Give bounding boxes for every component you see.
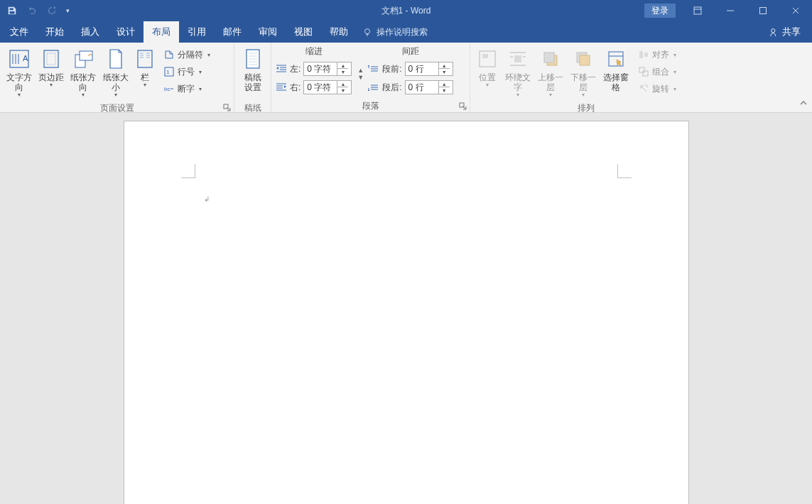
line-numbers-button[interactable]: 1 行号▾ [161, 64, 213, 80]
spacing-before-icon [368, 63, 379, 75]
spacing-after-spinbox[interactable]: ▲▼ [405, 80, 453, 94]
indent-right-down[interactable]: ▼ [337, 87, 348, 94]
indent-right-up[interactable]: ▲ [337, 81, 348, 87]
svg-rect-67 [639, 67, 644, 72]
document-page[interactable]: ↲ [124, 121, 688, 504]
document-title: 文档1 - Word [381, 5, 431, 17]
login-button[interactable]: 登录 [644, 4, 676, 18]
indent-right-icon [276, 82, 287, 93]
ribbon: A 文字方向 ▾ 页边距 ▾ 纸张方向 ▾ 纸张大小 ▾ 栏 [0, 43, 812, 113]
size-button[interactable]: 纸张大小 ▾ [99, 45, 132, 99]
size-label: 纸张大小 [99, 72, 132, 92]
group-objects-button[interactable]: 组合▾ [635, 64, 679, 80]
link-indicator-icon: ▲▼ [356, 57, 365, 91]
bring-forward-button[interactable]: 上移一层 ▾ [534, 45, 567, 99]
indent-left-spinbox[interactable]: ▲▼ [303, 62, 352, 76]
send-backward-button[interactable]: 下移一层 ▾ [567, 45, 600, 99]
title-bar: ▾ 文档1 - Word 登录 [0, 0, 812, 21]
spacing-after-up[interactable]: ▲ [439, 81, 450, 87]
tab-help[interactable]: 帮助 [321, 21, 357, 43]
columns-button[interactable]: 栏 ▾ [132, 45, 158, 99]
spacing-before-input[interactable] [406, 62, 438, 75]
rotate-button[interactable]: 旋转▾ [635, 81, 679, 97]
wrap-text-button[interactable]: 环绕文字 ▾ [502, 45, 534, 99]
svg-rect-66 [644, 53, 648, 57]
close-button[interactable] [779, 0, 812, 21]
tab-home[interactable]: 开始 [37, 21, 72, 43]
group-manuscript: 稿纸设置 稿纸 [234, 43, 271, 113]
indent-right-spinbox[interactable]: ▲▼ [303, 80, 352, 94]
position-button[interactable]: 位置 ▾ [473, 45, 502, 99]
breaks-label: 分隔符 [178, 49, 203, 61]
margins-button[interactable]: 页边距 ▾ [36, 45, 67, 99]
svg-rect-3 [760, 8, 767, 14]
indent-left-icon [276, 63, 287, 75]
spacing-after-input[interactable] [406, 81, 438, 94]
spacing-before-spinbox[interactable]: ▲▼ [405, 62, 453, 76]
group-page-setup: A 文字方向 ▾ 页边距 ▾ 纸张方向 ▾ 纸张大小 ▾ 栏 [0, 43, 234, 113]
svg-text:bc: bc [164, 86, 170, 92]
document-area[interactable]: ↲ [0, 113, 812, 504]
tab-view[interactable]: 视图 [286, 21, 321, 43]
manuscript-settings-button[interactable]: 稿纸设置 [237, 45, 268, 99]
quick-access-toolbar: ▾ [0, 1, 75, 20]
svg-rect-16 [47, 53, 55, 65]
collapse-ribbon-button[interactable] [799, 99, 808, 109]
svg-rect-52 [480, 51, 495, 67]
spacing-header: 间距 [368, 45, 453, 59]
ribbon-tabbar: 文件 开始 插入 设计 布局 引用 邮件 审阅 视图 帮助 操作说明搜索 共享 [0, 21, 812, 43]
undo-button[interactable] [23, 1, 41, 20]
rotate-label: 旋转 [652, 83, 669, 95]
indent-right-input[interactable] [304, 81, 337, 94]
page-setup-launcher[interactable] [222, 104, 232, 114]
indent-right-label: 右: [290, 82, 301, 94]
group-arrange: 位置 ▾ 环绕文字 ▾ 上移一层 ▾ 下移一层 ▾ 选择窗格 [470, 43, 702, 113]
tab-review[interactable]: 审阅 [250, 21, 286, 43]
send-backward-label: 下移一层 [567, 72, 600, 92]
selection-pane-button[interactable]: 选择窗格 [600, 45, 632, 99]
margin-corner-tl-icon [181, 164, 195, 178]
tab-layout[interactable]: 布局 [144, 21, 179, 43]
ribbon-display-button[interactable] [681, 0, 714, 21]
svg-rect-53 [482, 54, 488, 58]
selection-pane-label: 选择窗格 [600, 72, 632, 92]
line-numbers-label: 行号 [178, 66, 195, 78]
tab-references[interactable]: 引用 [179, 21, 215, 43]
group-objects-label: 组合 [652, 66, 669, 78]
tab-file[interactable]: 文件 [1, 21, 37, 43]
tab-insert[interactable]: 插入 [72, 21, 108, 43]
hyphenation-label: 断字 [178, 83, 195, 95]
save-button[interactable] [3, 1, 21, 20]
indent-left-up[interactable]: ▲ [337, 62, 348, 69]
redo-button[interactable] [43, 1, 61, 20]
text-direction-button[interactable]: A 文字方向 ▾ [3, 45, 36, 99]
tab-design[interactable]: 设计 [108, 21, 144, 43]
tell-me-search[interactable]: 操作说明搜索 [357, 26, 433, 38]
qat-customize-button[interactable]: ▾ [63, 1, 72, 20]
paragraph-launcher[interactable] [458, 102, 468, 112]
align-button[interactable]: 对齐▾ [635, 47, 679, 62]
svg-rect-62 [580, 55, 590, 65]
spacing-before-label: 段前: [382, 63, 401, 75]
align-label: 对齐 [652, 49, 669, 61]
minimize-button[interactable] [714, 0, 747, 21]
svg-rect-18 [80, 51, 92, 60]
bring-forward-label: 上移一层 [534, 72, 567, 92]
spacing-after-down[interactable]: ▼ [439, 87, 450, 94]
share-button[interactable]: 共享 [759, 26, 811, 38]
breaks-button[interactable]: 分隔符▾ [161, 47, 213, 62]
tab-mailings[interactable]: 邮件 [215, 21, 250, 43]
orientation-button[interactable]: 纸张方向 ▾ [67, 45, 99, 99]
margins-label: 页边距 [38, 72, 64, 82]
maximize-button[interactable] [747, 0, 779, 21]
svg-rect-60 [544, 53, 554, 62]
spacing-before-down[interactable]: ▼ [439, 69, 450, 75]
manuscript-label2: 设置 [244, 82, 261, 92]
indent-left-down[interactable]: ▼ [337, 69, 348, 75]
spacing-before-up[interactable]: ▲ [439, 62, 450, 69]
position-label: 位置 [479, 72, 496, 82]
hyphenation-button[interactable]: bc 断字▾ [161, 81, 213, 97]
indent-left-input[interactable] [304, 62, 337, 75]
spacing-after-icon [368, 82, 379, 93]
columns-label: 栏 [141, 72, 149, 82]
